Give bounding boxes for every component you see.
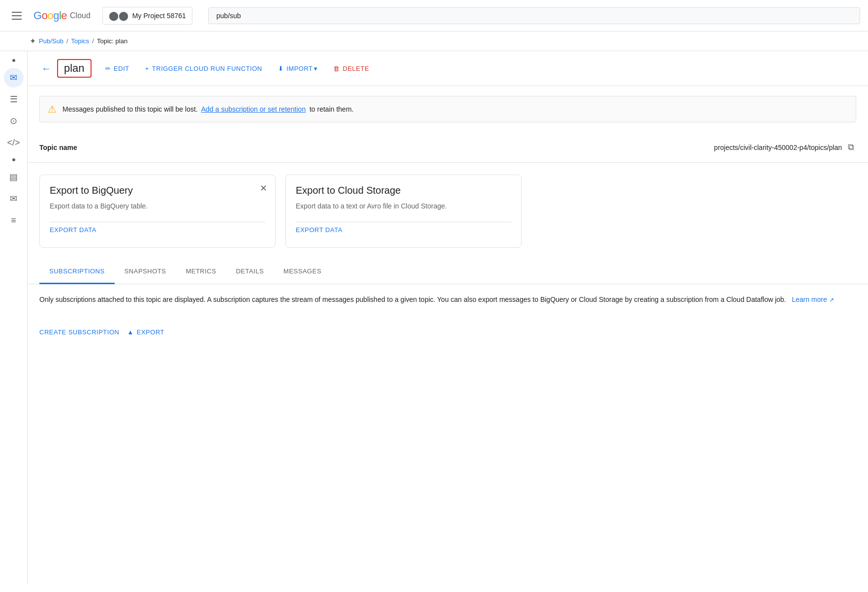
sidebar-item-snapshot[interactable]: ⊙: [4, 111, 24, 131]
topic-name-label: Topic name: [39, 144, 108, 151]
sidebar-dot-mid: [12, 158, 15, 161]
tab-subscriptions[interactable]: SUBSCRIPTIONS: [39, 260, 115, 284]
export-arrow-icon: ▲: [127, 328, 133, 336]
tab-details[interactable]: DETAILS: [226, 260, 274, 284]
back-icon: ←: [41, 63, 51, 74]
warning-text: Messages published to this topic will be…: [62, 105, 353, 113]
bigquery-card-title: Export to BigQuery: [50, 185, 265, 196]
breadcrumb-sep-2: /: [92, 37, 94, 45]
sidebar-dot-top: [12, 59, 15, 62]
trigger-cloud-run-button[interactable]: + TRIGGER CLOUD RUN FUNCTION: [139, 61, 268, 76]
trigger-label: TRIGGER CLOUD RUN FUNCTION: [152, 65, 262, 72]
edit-icon: ✏: [105, 65, 111, 72]
google-cloud-logo[interactable]: Google Cloud: [33, 9, 91, 22]
back-button[interactable]: ←: [39, 61, 53, 76]
trigger-icon: +: [145, 65, 149, 72]
delete-label: DELETE: [343, 65, 370, 72]
topic-title: plan: [57, 59, 92, 78]
bottom-actions: CREATE SUBSCRIPTION ▲ EXPORT: [28, 321, 868, 344]
tab-content: Only subscriptions attached to this topi…: [28, 284, 868, 321]
toolbar: ← plan ✏ EDIT + TRIGGER CLOUD RUN FUNCTI…: [28, 51, 868, 86]
topic-name-value: projects/civil-clarity-450002-p4/topics/…: [108, 144, 842, 151]
hamburger-menu[interactable]: [8, 8, 26, 24]
export-cards-container: ✕ Export to BigQuery Export data to a Bi…: [28, 163, 868, 260]
sidebar-item-menu[interactable]: ≡: [4, 210, 24, 230]
tabs-container: SUBSCRIPTIONS SNAPSHOTS METRICS DETAILS …: [28, 260, 868, 284]
pubsub-icon: ✦: [30, 36, 36, 46]
edit-button[interactable]: ✏ EDIT: [99, 61, 135, 76]
topic-info-row: Topic name projects/civil-clarity-450002…: [28, 132, 868, 163]
copy-button[interactable]: ⧉: [846, 140, 856, 154]
cloud-storage-card-desc: Export data to a text or Avro file in Cl…: [296, 202, 511, 210]
warning-banner: ⚠ Messages published to this topic will …: [39, 96, 856, 122]
learn-more-link[interactable]: Learn more ↗: [790, 296, 834, 303]
warning-icon: ⚠: [48, 103, 57, 115]
project-icon: ⬤⬤: [109, 10, 128, 21]
delete-button[interactable]: 🗑 DELETE: [327, 61, 375, 76]
edit-label: EDIT: [114, 65, 129, 72]
import-label: IMPORT: [286, 65, 312, 72]
import-dropdown-icon: ▾: [314, 65, 318, 72]
cloud-storage-card-title: Export to Cloud Storage: [296, 185, 511, 196]
import-icon: ⬇: [278, 65, 284, 72]
import-button[interactable]: ⬇ IMPORT ▾: [272, 61, 323, 76]
close-bigquery-card-button[interactable]: ✕: [260, 183, 267, 194]
warning-link[interactable]: Add a subscription or set retention: [201, 105, 306, 113]
project-name: My Project 58761: [132, 12, 186, 20]
breadcrumb: ✦ Pub/Sub / Topics / Topic: plan: [0, 31, 868, 51]
search-input[interactable]: [208, 7, 860, 24]
cloud-storage-export-link[interactable]: EXPORT DATA: [296, 222, 511, 237]
sidebar-item-database[interactable]: ▤: [4, 167, 24, 187]
sidebar-item-list[interactable]: ☰: [4, 89, 24, 109]
breadcrumb-current: Topic: plan: [97, 37, 127, 45]
breadcrumb-topics[interactable]: Topics: [71, 37, 90, 45]
external-link-icon: ↗: [829, 296, 834, 303]
tab-description: Only subscriptions attached to this topi…: [39, 294, 856, 305]
tab-metrics[interactable]: METRICS: [176, 260, 226, 284]
create-subscription-button[interactable]: CREATE SUBSCRIPTION: [39, 325, 119, 340]
sidebar-item-messages[interactable]: ✉: [4, 68, 24, 88]
export-cloud-storage-card: Export to Cloud Storage Export data to a…: [285, 175, 522, 248]
breadcrumb-pubsub[interactable]: Pub/Sub: [39, 37, 63, 45]
create-subscription-label: CREATE SUBSCRIPTION: [39, 328, 119, 336]
tab-snapshots[interactable]: SNAPSHOTS: [115, 260, 176, 284]
export-button[interactable]: ▲ EXPORT: [127, 325, 164, 340]
breadcrumb-sep-1: /: [66, 37, 68, 45]
top-nav: Google Cloud ⬤⬤ My Project 58761: [0, 0, 868, 31]
copy-icon: ⧉: [848, 142, 854, 152]
export-bigquery-card: ✕ Export to BigQuery Export data to a Bi…: [39, 175, 276, 248]
sidebar: ✉ ☰ ⊙ </> ▤ ✉ ≡: [0, 51, 28, 584]
main-layout: ✉ ☰ ⊙ </> ▤ ✉ ≡ ← plan ✏ EDIT + TRIGGER …: [0, 51, 868, 584]
delete-icon: 🗑: [333, 65, 340, 72]
sidebar-item-code[interactable]: </>: [4, 133, 24, 152]
bigquery-export-link[interactable]: EXPORT DATA: [50, 222, 265, 237]
sidebar-item-chat[interactable]: ✉: [4, 189, 24, 208]
tab-messages[interactable]: MESSAGES: [274, 260, 331, 284]
export-label: EXPORT: [137, 328, 164, 336]
project-selector[interactable]: ⬤⬤ My Project 58761: [102, 7, 192, 25]
content-area: ← plan ✏ EDIT + TRIGGER CLOUD RUN FUNCTI…: [28, 51, 868, 584]
bigquery-card-desc: Export data to a BigQuery table.: [50, 202, 265, 210]
